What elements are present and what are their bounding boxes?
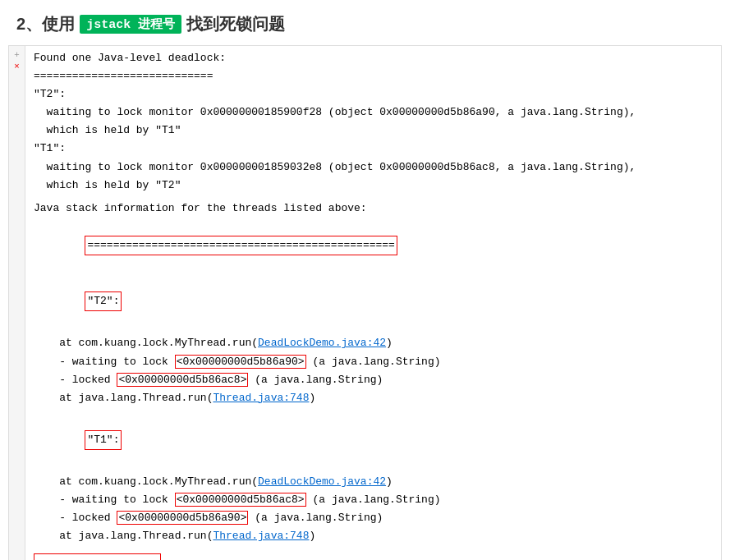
title-number: 2、使用 xyxy=(16,13,75,35)
code-line-6: "T1": xyxy=(34,140,713,158)
code-line-13: - locked <0x00000000d5b86ac8> (a java.la… xyxy=(34,371,713,389)
code-line-11: at com.kuang.lock.MyThread.run(DeadLockD… xyxy=(34,334,713,352)
code-text-12b: (a java.lang.String) xyxy=(306,356,441,368)
jstack-badge: jstack 进程号 xyxy=(80,15,181,34)
found-deadlock-box: Found 1 deadlock. xyxy=(34,553,161,560)
code-text-18b: ) xyxy=(309,530,315,542)
t2-label-box: "T2": xyxy=(85,291,122,311)
code-line-t1-label: "T1": xyxy=(34,412,713,468)
highlight-1: <0x00000000d5b86a90> xyxy=(175,355,306,369)
highlight-4: <0x00000000d5b86a90> xyxy=(117,511,248,525)
highlight-3: <0x00000000d5b86ac8> xyxy=(175,493,306,507)
code-line-9: Java stack information for the threads l… xyxy=(34,200,713,218)
equals-section-box: ========================================… xyxy=(85,236,397,255)
code-area: + × Found one Java-level deadlock: =====… xyxy=(8,45,722,560)
code-text-12: - waiting to lock xyxy=(34,356,175,368)
thread-link-1[interactable]: Thread.java:748 xyxy=(213,392,309,404)
title-rest: 找到死锁问题 xyxy=(186,13,285,35)
code-line-8: which is held by "T2" xyxy=(34,177,713,195)
code-line-7: waiting to lock monitor 0x00000000185903… xyxy=(34,158,713,177)
code-line-15: at com.kuang.lock.MyThread.run(DeadLockD… xyxy=(34,473,713,491)
code-text-15b: ) xyxy=(386,475,393,488)
code-text-11b: ) xyxy=(386,337,393,349)
code-text-14b: ) xyxy=(309,392,315,404)
code-text-11: at com.kuang.lock.MyThread.run( xyxy=(34,337,258,349)
code-text-13b: (a java.lang.String) xyxy=(248,374,383,386)
page-container: 2、使用 jstack 进程号 找到死锁问题 + × Found one Jav… xyxy=(0,0,730,560)
code-text-15: at com.kuang.lock.MyThread.run( xyxy=(34,475,258,488)
page-title: 2、使用 jstack 进程号 找到死锁问题 xyxy=(0,7,730,45)
code-line-16: - waiting to lock <0x00000000d5b86ac8> (… xyxy=(34,491,713,509)
code-line-10: ========================================… xyxy=(34,218,713,273)
code-line-17: - locked <0x00000000d5b86a90> (a java.la… xyxy=(34,509,713,527)
code-line-4: waiting to lock monitor 0x00000000185900… xyxy=(34,103,713,122)
code-line-18: at java.lang.Thread.run(Thread.java:748) xyxy=(34,527,713,545)
highlight-2: <0x00000000d5b86ac8> xyxy=(117,373,248,387)
code-line-1: Found one Java-level deadlock: xyxy=(34,49,713,67)
code-line-12: - waiting to lock <0x00000000d5b86a90> (… xyxy=(34,353,713,371)
code-content: Found one Java-level deadlock: =========… xyxy=(27,46,721,560)
code-line-3: "T2": xyxy=(34,85,713,103)
gutter-x: × xyxy=(9,59,25,71)
code-text-16b: (a java.lang.String) xyxy=(306,493,441,506)
code-line-2: ============================ xyxy=(34,67,713,85)
code-text-18: at java.lang.Thread.run( xyxy=(34,530,213,542)
code-text-16: - waiting to lock xyxy=(34,493,175,506)
gutter-plus: + xyxy=(9,46,25,59)
code-line-14: at java.lang.Thread.run(Thread.java:748) xyxy=(34,389,713,407)
code-line-t2-label: "T2": xyxy=(34,273,713,329)
blank-line-5 xyxy=(34,545,713,550)
code-text-14: at java.lang.Thread.run( xyxy=(34,392,213,404)
deadlock-link-2[interactable]: DeadLockDemo.java:42 xyxy=(258,475,386,488)
code-line-5: which is held by "T1" xyxy=(34,122,713,140)
code-text-13: - locked xyxy=(34,374,117,386)
t1-label-box: "T1": xyxy=(85,430,122,450)
code-text-17b: (a java.lang.String) xyxy=(248,512,383,524)
thread-link-2[interactable]: Thread.java:748 xyxy=(213,530,309,542)
deadlock-link-1[interactable]: DeadLockDemo.java:42 xyxy=(258,337,386,349)
gutter: + × xyxy=(9,46,25,560)
code-text-17: - locked xyxy=(34,512,117,524)
